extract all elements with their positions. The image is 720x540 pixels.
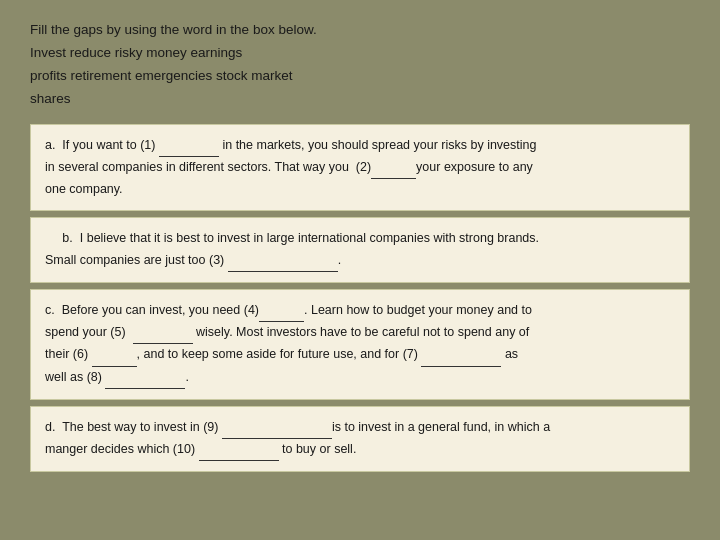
blank-d10 [199,439,279,461]
card-c-text2: spend your (5) wisely. Most investors ha… [45,325,529,339]
blank-a2 [371,157,416,179]
card-d-text2: manger decides which (10) to buy or sell… [45,442,356,456]
blank-c4 [259,300,304,322]
blank-c5 [133,322,193,344]
blank-b3 [228,250,338,272]
blank-c8 [105,367,185,389]
blank-c6 [92,344,137,366]
blank-d9 [222,417,332,439]
header-line2: Invest reduce risky money earnings [30,43,690,64]
card-a-text2: in several companies in different sector… [45,160,533,174]
exercise-cards: a. If you want to (1) in the markets, yo… [30,124,690,473]
card-d-text1: d. The best way to invest in (9) is to i… [45,420,550,434]
card-c: c. Before you can invest, you need (4) .… [30,289,690,400]
card-b-text2: Small companies are just too (3) . [45,253,341,267]
card-a-text3: one company. [45,182,123,196]
card-b: b. I believe that it is best to invest i… [30,217,690,283]
instructions-header: Fill the gaps by using the word in the b… [30,20,690,110]
header-line1: Fill the gaps by using the word in the b… [30,20,690,41]
card-c-text3: their (6) , and to keep some aside for f… [45,347,518,361]
blank-a1 [159,135,219,157]
card-a-text: a. If you want to (1) in the markets, yo… [45,138,536,152]
card-c-text4: well as (8) . [45,370,189,384]
blank-c7 [421,344,501,366]
header-line4: shares [30,89,690,110]
card-b-text1: b. I believe that it is best to invest i… [45,231,539,245]
card-a: a. If you want to (1) in the markets, yo… [30,124,690,212]
header-line3: profits retirement emergencies stock mar… [30,66,690,87]
card-c-text1: c. Before you can invest, you need (4) .… [45,303,532,317]
card-d: d. The best way to invest in (9) is to i… [30,406,690,473]
